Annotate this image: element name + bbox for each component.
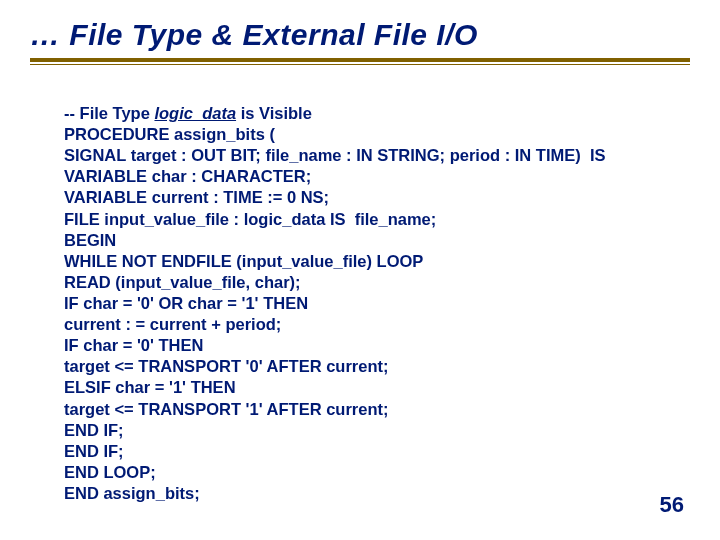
code-line-17: END IF; bbox=[64, 442, 124, 460]
code-line-11: current : = current + period; bbox=[64, 315, 281, 333]
code-line-1: -- File Type logic_data is Visible bbox=[64, 104, 312, 122]
slide: … File Type & External File I/O -- File … bbox=[0, 0, 720, 540]
code-line-3: SIGNAL target : OUT BIT; file_name : IN … bbox=[64, 146, 606, 164]
keyword: IF bbox=[64, 336, 79, 354]
code-line-14: ELSIF char = '1' THEN bbox=[64, 378, 236, 396]
keyword: LOOP bbox=[377, 252, 424, 270]
text: current; bbox=[322, 357, 389, 375]
code-line-8: WHILE NOT ENDFILE (input_value_file) LOO… bbox=[64, 252, 423, 270]
text: char = '0' bbox=[79, 336, 159, 354]
keyword: READ bbox=[64, 273, 111, 291]
code-line-9: READ (input_value_file, char); bbox=[64, 273, 301, 291]
text: current : TIME := 0 NS; bbox=[147, 188, 329, 206]
keyword: SIGNAL bbox=[64, 146, 126, 164]
keyword: THEN bbox=[159, 336, 204, 354]
text: char : CHARACTER; bbox=[147, 167, 311, 185]
code-line-15: target <= TRANSPORT '1' AFTER current; bbox=[64, 400, 389, 418]
code-line-13: target <= TRANSPORT '0' AFTER current; bbox=[64, 357, 389, 375]
code-line-19: END assign_bits; bbox=[64, 484, 200, 502]
keyword: END bbox=[64, 484, 99, 502]
keyword: IN bbox=[356, 146, 373, 164]
keyword: TRANSPORT bbox=[138, 400, 241, 418]
keyword: FILE bbox=[64, 210, 100, 228]
text: target <= bbox=[64, 357, 138, 375]
keyword: THEN bbox=[263, 294, 308, 312]
text: char = '1' bbox=[111, 378, 191, 396]
keyword: IN bbox=[515, 146, 532, 164]
keyword: AFTER bbox=[267, 400, 322, 418]
text: current; bbox=[322, 400, 389, 418]
keyword: VARIABLE bbox=[64, 188, 147, 206]
title-rule-thin bbox=[30, 64, 690, 65]
keyword: IS bbox=[330, 210, 346, 228]
text: target : bbox=[126, 146, 191, 164]
code-line-18: END LOOP; bbox=[64, 463, 156, 481]
text: (input_value_file, char); bbox=[111, 273, 301, 291]
text: char = '0' bbox=[79, 294, 159, 312]
text: file_name; bbox=[345, 210, 436, 228]
page-number: 56 bbox=[660, 492, 684, 518]
keyword: WHILE NOT ENDFILE bbox=[64, 252, 232, 270]
code-line-12: IF char = '0' THEN bbox=[64, 336, 203, 354]
code-block: -- File Type logic_data is Visible PROCE… bbox=[64, 103, 690, 504]
text: assign_bits ( bbox=[169, 125, 274, 143]
code-line-4: VARIABLE char : CHARACTER; bbox=[64, 167, 311, 185]
text: assign_bits; bbox=[99, 484, 200, 502]
code-line-10: IF char = '0' OR char = '1' THEN bbox=[64, 294, 308, 312]
keyword: VARIABLE bbox=[64, 167, 147, 185]
keyword: IS bbox=[590, 146, 606, 164]
text: char = '1' bbox=[183, 294, 263, 312]
code-line-2: PROCEDURE assign_bits ( bbox=[64, 125, 275, 143]
title-rule bbox=[30, 58, 690, 62]
text: BIT; file_name : bbox=[226, 146, 356, 164]
code-line-16: END IF; bbox=[64, 421, 124, 439]
keyword: OUT bbox=[191, 146, 226, 164]
keyword: PROCEDURE bbox=[64, 125, 169, 143]
keyword: ELSIF bbox=[64, 378, 111, 396]
text: TIME) bbox=[531, 146, 590, 164]
keyword: IF bbox=[64, 294, 79, 312]
keyword: BEGIN bbox=[64, 231, 116, 249]
keyword: THEN bbox=[191, 378, 236, 396]
text: '1' bbox=[241, 400, 267, 418]
text: (input_value_file) bbox=[232, 252, 377, 270]
text: is Visible bbox=[236, 104, 312, 122]
code-line-6: FILE input_value_file : logic_data IS fi… bbox=[64, 210, 436, 228]
code-line-5: VARIABLE current : TIME := 0 NS; bbox=[64, 188, 329, 206]
text: '0' bbox=[241, 357, 267, 375]
keyword: TRANSPORT bbox=[138, 357, 241, 375]
keyword: AFTER bbox=[267, 357, 322, 375]
code-line-7: BEGIN bbox=[64, 231, 116, 249]
text: STRING; period : bbox=[373, 146, 515, 164]
keyword: OR bbox=[159, 294, 184, 312]
text: input_value_file : logic_data bbox=[100, 210, 330, 228]
text-emph: logic_data bbox=[154, 104, 236, 122]
text: -- File Type bbox=[64, 104, 154, 122]
text: target <= bbox=[64, 400, 138, 418]
slide-title: … File Type & External File I/O bbox=[30, 18, 690, 52]
